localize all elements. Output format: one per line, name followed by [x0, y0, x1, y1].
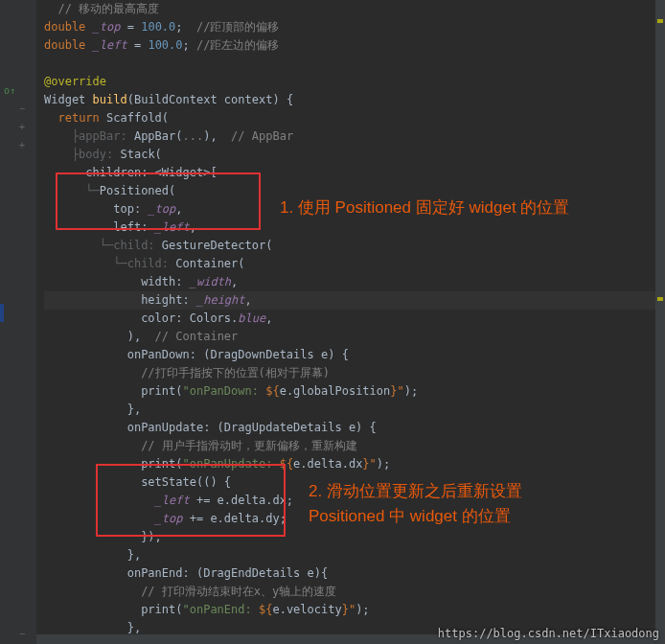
code-line: └─child: Container( — [44, 255, 657, 273]
fold-plus-icon[interactable]: + — [19, 140, 25, 150]
code-line: setState(() { — [44, 473, 657, 492]
code-line: _top += e.delta.dy; — [44, 510, 657, 528]
override-icon[interactable]: o↑ — [4, 85, 15, 96]
code-line: color: Colors.blue, — [44, 310, 657, 328]
code-line: Widget build(BuildContext context) { — [44, 91, 657, 109]
code-line: }); — [44, 528, 657, 546]
code-line: print("onPanUpdate: ${e.delta.dx}"); — [44, 455, 657, 473]
warning-marker[interactable] — [657, 19, 663, 23]
code-line: ├appBar: AppBar(...), // AppBar — [44, 127, 657, 146]
fold-minus-icon[interactable]: − — [19, 629, 25, 639]
code-line: @override — [44, 73, 657, 91]
code-editor[interactable]: o↑ − + + − // 移动的最高高度 double _top = 100.… — [0, 0, 665, 644]
code-line: height: _height, — [44, 291, 657, 310]
code-line: // 移动的最高高度 — [44, 0, 657, 18]
code-line: width: _width, — [44, 273, 657, 291]
code-line: //打印手指按下的位置(相对于屏幕) — [44, 364, 657, 382]
code-line — [44, 55, 657, 73]
code-line: _left += e.delta.dx; — [44, 492, 657, 510]
code-line: return Scaffold( — [44, 109, 657, 127]
code-line: onPanUpdate: (DragUpdateDetails e) { — [44, 419, 657, 437]
watermark: https://blog.csdn.net/ITxiaodong — [438, 627, 659, 640]
code-line: children: <Widget>[ — [44, 164, 657, 182]
code-line: onPanDown: (DragDownDetails e) { — [44, 346, 657, 364]
code-line: // 用户手指滑动时，更新偏移，重新构建 — [44, 437, 657, 455]
code-line: onPanEnd: (DragEndDetails e){ — [44, 564, 657, 583]
code-line: print("onPanEnd: ${e.velocity}"); — [44, 601, 657, 619]
code-line: print("onPanDown: ${e.globalPosition}"); — [44, 382, 657, 401]
gutter: o↑ − + + − — [0, 0, 36, 644]
code-line: top: _top, — [44, 200, 657, 218]
fold-minus-icon[interactable]: − — [19, 104, 25, 114]
code-content[interactable]: // 移动的最高高度 double _top = 100.0; //距顶部的偏移… — [36, 0, 665, 644]
code-line: double _left = 100.0; //距左边的偏移 — [44, 36, 657, 55]
code-line: └─child: GestureDetector( — [44, 237, 657, 255]
code-line: double _top = 100.0; //距顶部的偏移 — [44, 18, 657, 36]
code-line: ├body: Stack( — [44, 146, 657, 164]
vertical-scrollbar[interactable] — [655, 0, 665, 644]
code-line: }, — [44, 401, 657, 419]
code-line: }, — [44, 546, 657, 564]
code-line: left: _left, — [44, 218, 657, 237]
code-line: // 打印滑动结束时在x、y轴上的速度 — [44, 583, 657, 601]
code-line: └─Positioned( — [44, 182, 657, 200]
warning-marker[interactable] — [657, 297, 663, 301]
code-line: ), // Container — [44, 328, 657, 346]
selection-marker — [0, 304, 4, 322]
fold-plus-icon[interactable]: + — [19, 122, 25, 132]
